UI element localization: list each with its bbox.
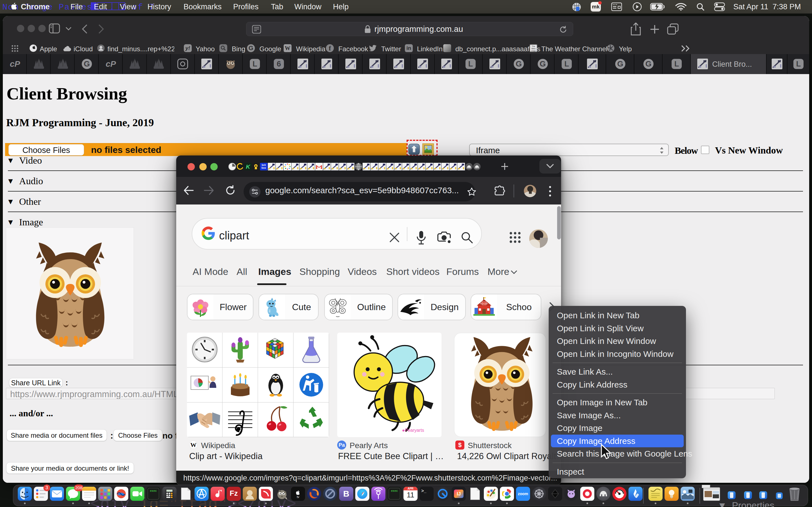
svg-text:SCHOOL: SCHOOL xyxy=(480,302,488,304)
svg-text:●Pearyarts: ●Pearyarts xyxy=(402,428,424,433)
svg-text:tv: tv xyxy=(297,495,299,499)
